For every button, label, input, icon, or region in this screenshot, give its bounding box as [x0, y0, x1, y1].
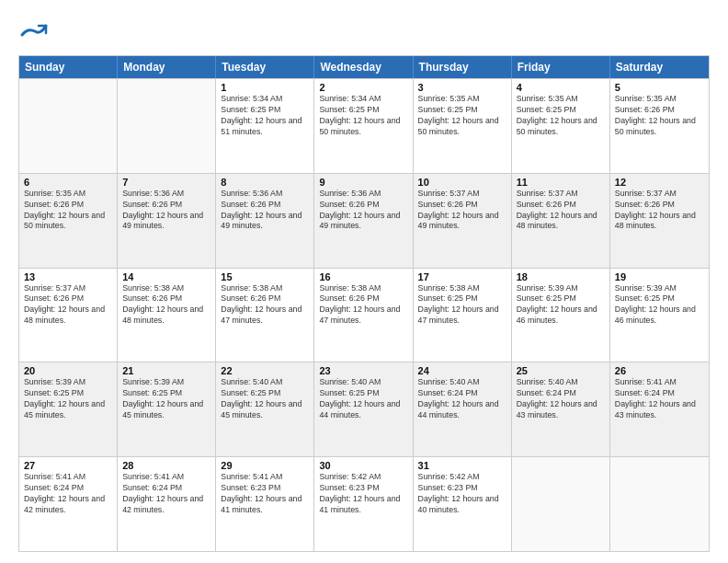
day-number: 28 — [122, 460, 210, 471]
calendar-body: 1Sunrise: 5:34 AMSunset: 6:25 PMDaylight… — [19, 78, 709, 551]
cal-cell: 23Sunrise: 5:40 AMSunset: 6:25 PMDayligh… — [314, 362, 413, 456]
cell-info: Sunrise: 5:34 AMSunset: 6:25 PMDaylight:… — [319, 94, 407, 138]
cal-cell — [610, 457, 709, 551]
cal-cell: 3Sunrise: 5:35 AMSunset: 6:25 PMDaylight… — [414, 79, 512, 173]
day-number: 10 — [418, 177, 506, 188]
day-number: 21 — [122, 365, 210, 376]
day-number: 12 — [615, 177, 704, 188]
cell-info: Sunrise: 5:38 AMSunset: 6:25 PMDaylight:… — [418, 283, 506, 327]
cell-info: Sunrise: 5:37 AMSunset: 6:26 PMDaylight:… — [418, 189, 506, 233]
cal-cell: 18Sunrise: 5:39 AMSunset: 6:25 PMDayligh… — [512, 269, 610, 362]
cell-info: Sunrise: 5:34 AMSunset: 6:25 PMDaylight:… — [221, 94, 309, 138]
day-number: 24 — [418, 365, 506, 376]
day-number: 22 — [221, 365, 309, 376]
day-number: 6 — [24, 177, 112, 188]
day-number: 17 — [418, 271, 506, 282]
cal-cell: 31Sunrise: 5:42 AMSunset: 6:23 PMDayligh… — [414, 457, 512, 551]
cell-info: Sunrise: 5:37 AMSunset: 6:26 PMDaylight:… — [517, 189, 605, 233]
cal-cell: 20Sunrise: 5:39 AMSunset: 6:25 PMDayligh… — [19, 362, 118, 456]
cal-cell: 30Sunrise: 5:42 AMSunset: 6:23 PMDayligh… — [314, 457, 413, 551]
cal-cell: 7Sunrise: 5:36 AMSunset: 6:26 PMDaylight… — [118, 174, 216, 268]
week-row-2: 6Sunrise: 5:35 AMSunset: 6:26 PMDaylight… — [19, 173, 709, 268]
cal-cell: 12Sunrise: 5:37 AMSunset: 6:26 PMDayligh… — [610, 174, 709, 268]
cell-info: Sunrise: 5:40 AMSunset: 6:25 PMDaylight:… — [319, 377, 407, 421]
day-number: 8 — [221, 177, 309, 188]
cal-cell: 17Sunrise: 5:38 AMSunset: 6:25 PMDayligh… — [414, 269, 512, 362]
cell-info: Sunrise: 5:40 AMSunset: 6:24 PMDaylight:… — [418, 377, 506, 421]
cal-cell: 28Sunrise: 5:41 AMSunset: 6:24 PMDayligh… — [118, 457, 216, 551]
cell-info: Sunrise: 5:39 AMSunset: 6:25 PMDaylight:… — [615, 283, 704, 327]
cal-cell: 2Sunrise: 5:34 AMSunset: 6:25 PMDaylight… — [314, 79, 413, 173]
cell-info: Sunrise: 5:42 AMSunset: 6:23 PMDaylight:… — [319, 472, 407, 516]
header-day-saturday: Saturday — [610, 56, 709, 78]
logo-icon — [18, 15, 51, 48]
week-row-4: 20Sunrise: 5:39 AMSunset: 6:25 PMDayligh… — [19, 362, 709, 456]
day-number: 1 — [221, 82, 309, 93]
day-number: 7 — [122, 177, 210, 188]
cal-cell — [19, 79, 118, 173]
day-number: 15 — [221, 271, 309, 282]
day-number: 25 — [517, 365, 605, 376]
cal-cell: 22Sunrise: 5:40 AMSunset: 6:25 PMDayligh… — [216, 362, 314, 456]
header — [18, 15, 710, 48]
cell-info: Sunrise: 5:37 AMSunset: 6:26 PMDaylight:… — [615, 189, 704, 233]
cell-info: Sunrise: 5:36 AMSunset: 6:26 PMDaylight:… — [122, 189, 210, 233]
day-number: 31 — [418, 460, 506, 471]
cal-cell: 6Sunrise: 5:35 AMSunset: 6:26 PMDaylight… — [19, 174, 118, 268]
week-row-5: 27Sunrise: 5:41 AMSunset: 6:24 PMDayligh… — [19, 456, 709, 551]
calendar-header: SundayMondayTuesdayWednesdayThursdayFrid… — [19, 56, 709, 78]
cal-cell: 8Sunrise: 5:36 AMSunset: 6:26 PMDaylight… — [216, 174, 314, 268]
cal-cell: 11Sunrise: 5:37 AMSunset: 6:26 PMDayligh… — [512, 174, 610, 268]
calendar: SundayMondayTuesdayWednesdayThursdayFrid… — [18, 55, 710, 552]
cal-cell: 29Sunrise: 5:41 AMSunset: 6:23 PMDayligh… — [216, 457, 314, 551]
cell-info: Sunrise: 5:35 AMSunset: 6:25 PMDaylight:… — [418, 94, 506, 138]
cell-info: Sunrise: 5:39 AMSunset: 6:25 PMDaylight:… — [122, 377, 210, 421]
day-number: 29 — [221, 460, 309, 471]
cell-info: Sunrise: 5:39 AMSunset: 6:25 PMDaylight:… — [517, 283, 605, 327]
cal-cell: 27Sunrise: 5:41 AMSunset: 6:24 PMDayligh… — [19, 457, 118, 551]
day-number: 26 — [615, 365, 704, 376]
header-day-friday: Friday — [512, 56, 610, 78]
day-number: 16 — [319, 271, 407, 282]
day-number: 14 — [122, 271, 210, 282]
cell-info: Sunrise: 5:35 AMSunset: 6:25 PMDaylight:… — [517, 94, 605, 138]
cell-info: Sunrise: 5:38 AMSunset: 6:26 PMDaylight:… — [319, 283, 407, 327]
day-number: 19 — [615, 271, 704, 282]
cal-cell: 4Sunrise: 5:35 AMSunset: 6:25 PMDaylight… — [512, 79, 610, 173]
day-number: 13 — [24, 271, 112, 282]
cal-cell — [118, 79, 216, 173]
cal-cell: 13Sunrise: 5:37 AMSunset: 6:26 PMDayligh… — [19, 269, 118, 362]
cal-cell: 10Sunrise: 5:37 AMSunset: 6:26 PMDayligh… — [414, 174, 512, 268]
header-day-wednesday: Wednesday — [314, 56, 413, 78]
header-day-sunday: Sunday — [19, 56, 118, 78]
cell-info: Sunrise: 5:41 AMSunset: 6:23 PMDaylight:… — [221, 472, 309, 516]
day-number: 9 — [319, 177, 407, 188]
day-number: 23 — [319, 365, 407, 376]
day-number: 5 — [615, 82, 704, 93]
week-row-1: 1Sunrise: 5:34 AMSunset: 6:25 PMDaylight… — [19, 78, 709, 173]
cell-info: Sunrise: 5:41 AMSunset: 6:24 PMDaylight:… — [615, 377, 704, 421]
week-row-3: 13Sunrise: 5:37 AMSunset: 6:26 PMDayligh… — [19, 268, 709, 362]
cell-info: Sunrise: 5:41 AMSunset: 6:24 PMDaylight:… — [122, 472, 210, 516]
cell-info: Sunrise: 5:35 AMSunset: 6:26 PMDaylight:… — [24, 189, 112, 233]
cal-cell: 16Sunrise: 5:38 AMSunset: 6:26 PMDayligh… — [314, 269, 413, 362]
header-day-monday: Monday — [118, 56, 216, 78]
day-number: 2 — [319, 82, 407, 93]
logo — [18, 15, 57, 48]
day-number: 20 — [24, 365, 112, 376]
cell-info: Sunrise: 5:36 AMSunset: 6:26 PMDaylight:… — [221, 189, 309, 233]
header-day-tuesday: Tuesday — [216, 56, 314, 78]
day-number: 18 — [517, 271, 605, 282]
cal-cell: 25Sunrise: 5:40 AMSunset: 6:24 PMDayligh… — [512, 362, 610, 456]
cal-cell: 21Sunrise: 5:39 AMSunset: 6:25 PMDayligh… — [118, 362, 216, 456]
cell-info: Sunrise: 5:39 AMSunset: 6:25 PMDaylight:… — [24, 377, 112, 421]
day-number: 4 — [517, 82, 605, 93]
cal-cell: 14Sunrise: 5:38 AMSunset: 6:26 PMDayligh… — [118, 269, 216, 362]
cal-cell: 1Sunrise: 5:34 AMSunset: 6:25 PMDaylight… — [216, 79, 314, 173]
day-number: 11 — [517, 177, 605, 188]
cal-cell: 15Sunrise: 5:38 AMSunset: 6:26 PMDayligh… — [216, 269, 314, 362]
header-day-thursday: Thursday — [414, 56, 512, 78]
cell-info: Sunrise: 5:35 AMSunset: 6:26 PMDaylight:… — [615, 94, 704, 138]
cell-info: Sunrise: 5:40 AMSunset: 6:24 PMDaylight:… — [517, 377, 605, 421]
cal-cell: 19Sunrise: 5:39 AMSunset: 6:25 PMDayligh… — [610, 269, 709, 362]
